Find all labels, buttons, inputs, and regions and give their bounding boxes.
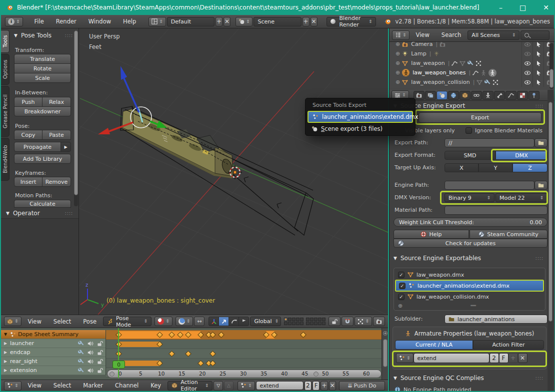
tab-constraints[interactable]: [471, 91, 482, 100]
axis-x-button[interactable]: X: [444, 163, 478, 172]
properties-scrollbar[interactable]: [548, 90, 554, 391]
vp-menu-select[interactable]: Select: [48, 318, 76, 325]
dmx-binary-select[interactable]: Binary 9 ⇕: [444, 193, 494, 202]
collapse-icon[interactable]: ▼: [3, 332, 8, 337]
modifier-toggle-icon[interactable]: [78, 341, 84, 347]
shelf-tab-grease-pencil[interactable]: Grease Pencil: [1, 86, 10, 137]
lock-toggle-icon[interactable]: [97, 368, 103, 374]
action-browse-button[interactable]: ⇕: [238, 381, 255, 391]
action-name-field[interactable]: extend: [256, 381, 304, 390]
subfolder-field[interactable]: launcher_animations: [444, 315, 548, 324]
engine-path-field[interactable]: [444, 181, 534, 190]
popup-item-scene-export[interactable]: Scene export (3 files): [308, 123, 413, 135]
action-browse-button[interactable]: ⇕: [396, 353, 414, 363]
mute-toggle-icon[interactable]: [88, 359, 94, 365]
snap-element-button[interactable]: ⇕: [354, 317, 372, 326]
expand-region-icon[interactable]: +: [383, 331, 388, 336]
paste-pose-button[interactable]: Paste: [42, 130, 71, 140]
expand-icon[interactable]: ⊕: [396, 50, 400, 57]
selectable-cursor-icon[interactable]: [536, 79, 542, 85]
keyframe-diamond[interactable]: [218, 332, 224, 338]
visibility-eye-icon[interactable]: [524, 51, 530, 57]
dope-channel-endcap[interactable]: ▶endcap: [1, 348, 106, 357]
outliner-display-select[interactable]: All Scenes ⇕: [468, 30, 520, 40]
manipulator-translate-button[interactable]: [218, 317, 229, 326]
pose-tools-panel-header[interactable]: ▼ Pose Tools ::::: [14, 32, 73, 39]
playhead-line[interactable]: [118, 328, 119, 378]
outliner-menu-search[interactable]: Search: [436, 31, 467, 38]
shelf-tab-tools[interactable]: Tools: [1, 30, 10, 53]
viewport-3d[interactable]: z y User Persp Feet (0) law_weapon_bones…: [79, 28, 388, 315]
keyframe-diamond[interactable]: [168, 351, 175, 357]
tab-render[interactable]: [414, 91, 424, 100]
editor-type-3dview-button[interactable]: ⇕: [4, 317, 22, 326]
add-scene-button[interactable]: +: [302, 17, 310, 26]
tab-action-filter[interactable]: Action Filter: [473, 340, 544, 350]
current-frame-badge[interactable]: 0: [112, 361, 125, 369]
expand-icon[interactable]: ▶: [3, 359, 8, 364]
visibility-eye-icon[interactable]: [524, 79, 530, 85]
steam-community-button[interactable]: Steam Community: [470, 230, 548, 239]
keyframe-diamond[interactable]: [198, 360, 204, 367]
propagate-submenu-button[interactable]: ▶: [60, 142, 71, 152]
ae-menu-view[interactable]: View: [22, 382, 47, 389]
dope-scrollbar[interactable]: +: [382, 328, 388, 380]
mode-select[interactable]: Pose Mode ⇕: [103, 317, 152, 326]
menu-help[interactable]: Help: [118, 18, 142, 25]
translate-button[interactable]: Translate: [14, 54, 71, 64]
menu-render[interactable]: Render: [50, 18, 82, 25]
selectable-cursor-icon[interactable]: [536, 60, 542, 66]
scrollbar-handle-icon[interactable]: [110, 372, 114, 377]
snap-toggle-button[interactable]: [342, 317, 354, 326]
action-name-field[interactable]: extend: [414, 353, 490, 363]
expand-icon[interactable]: ⊕: [396, 79, 400, 85]
visibility-eye-icon[interactable]: [524, 60, 530, 66]
tab-bone-constraints[interactable]: [506, 91, 516, 100]
list-resize-grip-icon[interactable]: ══: [470, 303, 476, 308]
panel-grip-icon[interactable]: ::::: [65, 33, 73, 38]
exportable-row-law-weapon-collision[interactable]: ✓ law_weapon_collision.dmx: [395, 292, 544, 302]
copy-pose-button[interactable]: Copy: [14, 130, 42, 140]
layers-widget[interactable]: [284, 318, 326, 325]
law-launcher-model[interactable]: [122, 109, 234, 178]
dope-lane-dope-sheet-summary[interactable]: [106, 330, 382, 340]
push-button[interactable]: Push: [14, 97, 42, 107]
tab-render-layers[interactable]: [425, 91, 436, 100]
panel-grip-icon[interactable]: ::::: [536, 256, 544, 261]
insert-keyframe-button[interactable]: Insert: [14, 177, 42, 187]
manipulator-axis-button[interactable]: [208, 317, 219, 326]
dmx-model-select[interactable]: Model 22 ⇕: [496, 193, 548, 202]
ae-menu-channel[interactable]: Channel: [110, 382, 144, 389]
relax-button[interactable]: Relax: [42, 97, 71, 107]
dope-lane-rear-sight[interactable]: [106, 359, 382, 368]
mute-toggle-icon[interactable]: [88, 350, 94, 356]
propagate-button[interactable]: Propagate: [14, 142, 61, 152]
mute-toggle-icon[interactable]: [88, 341, 94, 347]
tab-bone[interactable]: [494, 91, 505, 100]
panel-grip-icon[interactable]: ::::: [536, 376, 544, 381]
add-layout-button[interactable]: +: [216, 17, 222, 26]
tool-shelf-scrollbar[interactable]: [74, 30, 78, 206]
new-action-button[interactable]: +: [320, 381, 328, 391]
exportable-checkbox[interactable]: ✓: [399, 283, 406, 289]
tab-particles[interactable]: [528, 91, 540, 100]
modifier-toggle-icon[interactable]: [78, 368, 84, 374]
minimize-button[interactable]: –: [499, 3, 502, 11]
selectable-cursor-icon[interactable]: [536, 42, 542, 47]
tab-current-nla[interactable]: Current / NLA: [395, 340, 473, 350]
panel-grip-icon[interactable]: ::::: [536, 103, 544, 108]
remove-keyframe-button[interactable]: Remove: [42, 177, 71, 187]
lock-toggle-icon[interactable]: [97, 341, 103, 347]
exportable-checkbox[interactable]: ✓: [398, 272, 404, 278]
outliner-row-law-weapon-collision[interactable]: ⊕ law_weapon_collision |: [390, 77, 554, 87]
dope-channel-launcher[interactable]: ▶launcher: [1, 339, 106, 348]
delete-layout-button[interactable]: ✕: [224, 17, 230, 26]
screen-layout-icon-button[interactable]: ⇕: [148, 17, 166, 26]
fake-user-button[interactable]: F: [499, 353, 508, 363]
screen-layout-field[interactable]: Default: [167, 17, 214, 26]
add-exportable-icon[interactable]: ⊕: [398, 303, 402, 309]
expand-icon[interactable]: ⊕: [396, 60, 400, 66]
check-updates-button[interactable]: Check for updates: [394, 239, 548, 248]
unlink-action-button[interactable]: ✕: [518, 353, 528, 363]
operator-panel-header[interactable]: ▼ Operator ::::: [6, 210, 73, 217]
